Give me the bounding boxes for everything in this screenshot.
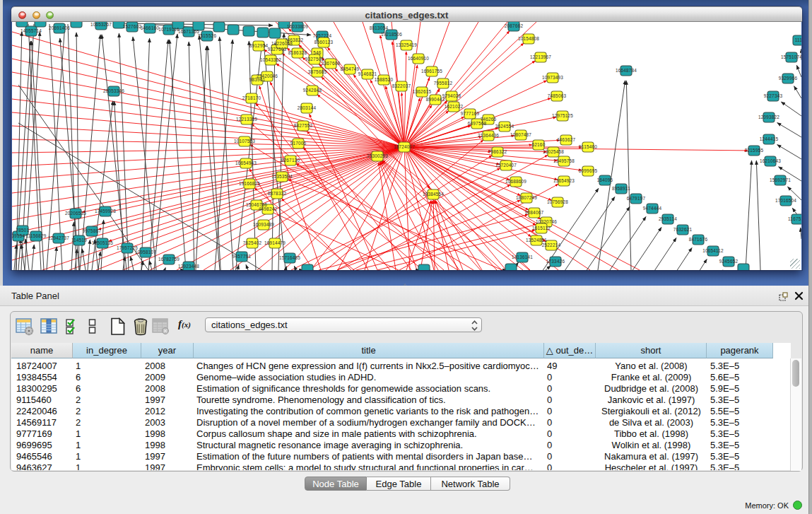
svg-text:6466160: 6466160 — [141, 25, 160, 30]
svg-text:8454749: 8454749 — [341, 66, 360, 71]
svg-text:21364436: 21364436 — [478, 133, 499, 138]
svg-text:18807249: 18807249 — [516, 195, 537, 200]
svg-text:7485063: 7485063 — [548, 93, 567, 98]
svg-text:25300293: 25300293 — [367, 153, 388, 158]
svg-text:3624554: 3624554 — [495, 124, 514, 129]
svg-text:8471676: 8471676 — [689, 237, 708, 242]
svg-text:10973493: 10973493 — [542, 75, 563, 80]
svg-text:1362615: 1362615 — [413, 89, 432, 94]
svg-text:15720407: 15720407 — [495, 163, 517, 168]
svg-text:10688609: 10688609 — [505, 179, 526, 184]
svg-text:2367608: 2367608 — [322, 61, 341, 66]
svg-text:23420046: 23420046 — [257, 74, 278, 78]
svg-text:11353594: 11353594 — [271, 174, 293, 179]
svg-text:16210643: 16210643 — [760, 158, 781, 163]
svg-text:12975125: 12975125 — [552, 113, 573, 118]
svg-text:16654943: 16654943 — [235, 160, 257, 165]
svg-text:16782759: 16782759 — [158, 257, 180, 262]
svg-text:9146821: 9146821 — [358, 71, 377, 76]
svg-text:546: 546 — [313, 50, 322, 55]
svg-text:13524851: 13524851 — [526, 238, 547, 243]
svg-text:9457791: 9457791 — [233, 254, 252, 259]
svg-text:6099695: 6099695 — [579, 168, 598, 173]
svg-text:9084067: 9084067 — [525, 210, 544, 215]
svg-text:8322037: 8322037 — [392, 83, 411, 88]
svg-text:12213369: 12213369 — [236, 117, 257, 122]
svg-text:2522214: 2522214 — [542, 243, 561, 247]
svg-text:9329966: 9329966 — [779, 76, 798, 81]
svg-text:2718170: 2718170 — [242, 95, 261, 100]
svg-text:111: 111 — [795, 37, 801, 42]
svg-text:13325419: 13325419 — [396, 42, 417, 47]
svg-text:20206535: 20206535 — [65, 211, 86, 216]
svg-text:8878332: 8878332 — [268, 191, 287, 196]
svg-text:16033809: 16033809 — [287, 24, 308, 29]
svg-text:17459928: 17459928 — [95, 209, 116, 214]
svg-text:11156829: 11156829 — [25, 233, 46, 238]
svg-text:1588520: 1588520 — [375, 77, 394, 82]
svg-text:9115460: 9115460 — [579, 144, 597, 149]
svg-text:8186328: 8186328 — [288, 50, 307, 55]
svg-text:78501: 78501 — [16, 228, 30, 233]
svg-text:19218506: 19218506 — [381, 32, 402, 37]
svg-text:14055714: 14055714 — [20, 28, 42, 33]
svg-text:9245652: 9245652 — [719, 259, 739, 264]
svg-text:15716485: 15716485 — [279, 255, 300, 260]
svg-text:9474444: 9474444 — [643, 206, 662, 211]
svg-text:9327503: 9327503 — [268, 47, 287, 52]
svg-text:10719116: 10719116 — [158, 27, 180, 32]
svg-text:10756928: 10756928 — [547, 199, 568, 204]
svg-text:20691406: 20691406 — [49, 25, 70, 30]
svg-text:7986322: 7986322 — [488, 149, 507, 154]
svg-text:10807487: 10807487 — [510, 132, 531, 137]
svg-text:10958107: 10958107 — [135, 250, 156, 255]
svg-text:1615112: 1615112 — [532, 226, 551, 230]
svg-text:19384554: 19384554 — [423, 192, 444, 197]
svg-text:13654923: 13654923 — [553, 178, 575, 183]
svg-text:10653267: 10653267 — [90, 22, 112, 27]
svg-text:2803144: 2803144 — [298, 105, 317, 110]
svg-text:16093489: 16093489 — [253, 222, 274, 227]
svg-text:16914479: 16914479 — [264, 240, 286, 245]
svg-text:12505135: 12505135 — [92, 240, 113, 245]
svg-text:10107553: 10107553 — [234, 139, 255, 144]
svg-text:8958911: 8958911 — [612, 186, 630, 191]
svg-text:1167535: 1167535 — [788, 216, 801, 221]
svg-text:1527602: 1527602 — [123, 24, 142, 29]
svg-text:7463822: 7463822 — [285, 37, 304, 42]
svg-text:6497568: 6497568 — [468, 121, 487, 126]
svg-text:10320746: 10320746 — [536, 219, 557, 224]
svg-text:12923448: 12923448 — [178, 264, 199, 269]
svg-text:9242848: 9242848 — [303, 88, 322, 93]
svg-text:12213967: 12213967 — [530, 54, 551, 59]
svg-text:164095: 164095 — [597, 177, 613, 182]
svg-text:1733426: 1733426 — [546, 259, 565, 264]
svg-text:8813054: 8813054 — [370, 25, 389, 30]
svg-text:917006: 917006 — [290, 141, 307, 146]
svg-text:8660123: 8660123 — [314, 40, 334, 45]
svg-text:15751074: 15751074 — [781, 54, 801, 59]
svg-text:16671355: 16671355 — [178, 29, 199, 34]
svg-text:2087662: 2087662 — [505, 23, 524, 28]
svg-text:17016504: 17016504 — [775, 198, 796, 203]
svg-text:10025458: 10025458 — [543, 149, 564, 154]
svg-text:9227343: 9227343 — [764, 93, 783, 98]
svg-text:10654112: 10654112 — [702, 248, 724, 253]
svg-text:8912954: 8912954 — [249, 43, 269, 48]
svg-text:4463627: 4463627 — [557, 137, 576, 142]
svg-text:7955812: 7955812 — [434, 81, 453, 86]
svg-text:15692971: 15692971 — [770, 177, 791, 182]
svg-text:10154808: 10154808 — [518, 36, 539, 41]
svg-text:28053346: 28053346 — [103, 88, 124, 93]
svg-text:3215955: 3215955 — [745, 148, 764, 153]
svg-text:19166825: 19166825 — [239, 181, 260, 186]
svg-text:12093822: 12093822 — [758, 115, 779, 119]
svg-text:12942737: 12942737 — [48, 235, 69, 240]
svg-text:7515526: 7515526 — [198, 33, 217, 38]
svg-text:9777169: 9777169 — [461, 111, 480, 116]
svg-text:10543362: 10543362 — [260, 57, 281, 62]
svg-text:8267130: 8267130 — [281, 158, 300, 163]
svg-text:7632621: 7632621 — [673, 227, 693, 232]
svg-text:16961755: 16961755 — [421, 69, 442, 74]
svg-text:18724007: 18724007 — [394, 144, 415, 149]
